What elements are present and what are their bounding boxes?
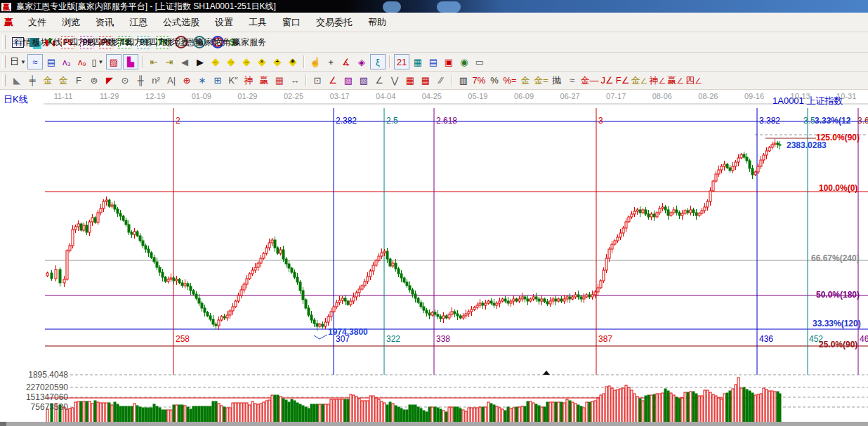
golden-section-tool[interactable]: 金 bbox=[41, 74, 55, 88]
j-angle-tool[interactable]: J∠ bbox=[600, 74, 614, 88]
price-grid-tool[interactable]: ▦ bbox=[272, 74, 287, 88]
gann-diamond-plus[interactable]: ◆+ bbox=[270, 55, 284, 69]
gann-web-tool[interactable]: ∗ bbox=[195, 74, 209, 88]
menu-item[interactable]: 交易委托 bbox=[308, 17, 360, 27]
gann-grid-box-tool[interactable]: ⊞ bbox=[211, 74, 225, 88]
export-web-button[interactable]: ◉ bbox=[457, 55, 471, 69]
gann-fan-box-tool[interactable]: ▨ bbox=[341, 74, 355, 88]
golden-section-ext-tool[interactable]: 金 bbox=[56, 74, 70, 88]
gold-line-tool[interactable]: 金— bbox=[581, 74, 599, 88]
menu-item[interactable]: 窗口 bbox=[275, 17, 308, 27]
span-measure-tool[interactable]: ↔ bbox=[288, 74, 302, 88]
pattern-button[interactable]: ▨ bbox=[106, 54, 121, 69]
grid-red2-tool[interactable]: ▦ bbox=[419, 74, 433, 88]
menu-item[interactable]: 工具 bbox=[241, 17, 275, 27]
prev-bar-button[interactable]: ◀ bbox=[178, 55, 192, 69]
gann-line-box-tool[interactable]: ▧ bbox=[357, 74, 371, 88]
quotes-button[interactable]: 行情 bbox=[12, 37, 24, 48]
shen-angle-tool[interactable]: 神∠ bbox=[649, 74, 666, 88]
smart-analysis-button[interactable]: ξ bbox=[370, 54, 386, 69]
percent-strike-tool[interactable]: 7% bbox=[472, 74, 486, 88]
gann-target-tool[interactable]: ⊕ bbox=[180, 74, 194, 88]
menu-item[interactable]: 浏览 bbox=[54, 17, 88, 27]
menu-item[interactable]: 帮助 bbox=[360, 17, 394, 27]
time-cycle-tool[interactable]: ⊙ bbox=[118, 74, 132, 88]
shen-tool[interactable]: 神 bbox=[242, 74, 256, 88]
crosshair-button[interactable]: + bbox=[324, 55, 338, 69]
first-bar-button[interactable]: ⇤ bbox=[147, 55, 161, 69]
calculator-button[interactable]: ▦ bbox=[411, 55, 425, 69]
candle-style-dropdown[interactable]: ▯▼ bbox=[91, 55, 105, 69]
menu-item[interactable]: 资讯 bbox=[88, 17, 121, 27]
chart-rect bbox=[583, 408, 585, 422]
win-tool[interactable]: 赢 bbox=[257, 74, 271, 88]
wave-9-button[interactable]: ʌ₉ bbox=[75, 55, 89, 69]
box-select-tool[interactable]: ⊡ bbox=[310, 74, 324, 88]
toolbar-grip[interactable] bbox=[2, 55, 6, 68]
pan-hand-button[interactable]: ☝ bbox=[308, 55, 322, 69]
parabola-brush-tool[interactable]: 抛 bbox=[550, 74, 564, 88]
f-angle-tool[interactable]: F∠ bbox=[616, 74, 630, 88]
export-web-button-icon: ◉ bbox=[460, 57, 468, 67]
text-note-tool[interactable]: A| bbox=[164, 74, 178, 88]
gann-diamond-horizontal[interactable]: ◆↔ bbox=[239, 55, 254, 69]
gold-circle-tool[interactable]: 金 bbox=[518, 74, 532, 88]
menu-item[interactable]: 公式选股 bbox=[155, 17, 207, 27]
chart-rect bbox=[218, 320, 220, 326]
brush-tool[interactable]: ◤ bbox=[103, 74, 117, 88]
gold-ruler-tool[interactable]: ╪ bbox=[25, 74, 39, 88]
menu-item[interactable]: 设置 bbox=[207, 17, 241, 27]
save-button[interactable]: ▣ bbox=[442, 55, 456, 69]
angle-lines-tool[interactable]: ∠ bbox=[372, 74, 386, 88]
chart-rect bbox=[622, 388, 624, 422]
next-bar-button[interactable]: ▶ bbox=[193, 55, 207, 69]
chart-rect bbox=[462, 316, 464, 318]
percent-lines-tool[interactable]: %= bbox=[503, 74, 517, 88]
toolbar-grip[interactable] bbox=[2, 74, 6, 87]
kline-button[interactable]: K线 bbox=[45, 37, 55, 47]
ruler-tool[interactable]: ╫ bbox=[133, 74, 147, 88]
p-square-button[interactable]: PSP四方形 bbox=[61, 36, 74, 48]
gann-diamond-cross[interactable]: ◆× bbox=[255, 55, 269, 69]
compare-bars-tool[interactable]: ▥ bbox=[456, 74, 471, 88]
parallel-lines-tool[interactable]: ⁄⁄ bbox=[434, 74, 448, 88]
n-square-tool[interactable]: n² bbox=[149, 74, 163, 88]
sectors-button[interactable]: 板块 bbox=[29, 38, 39, 47]
wave-3-button[interactable]: ʌ₃ bbox=[60, 55, 74, 69]
toolbar-grip[interactable] bbox=[2, 35, 6, 49]
candlestick-chart-canvas[interactable] bbox=[0, 90, 868, 426]
chart-rect bbox=[119, 213, 121, 216]
spiral-tool[interactable]: ⊚ bbox=[87, 74, 101, 88]
win-angle-tool[interactable]: 赢∠ bbox=[667, 74, 684, 88]
gold-lines-tool[interactable]: 金= bbox=[534, 74, 548, 88]
gold-angle-tool[interactable]: 金∠ bbox=[631, 74, 648, 88]
percent-tool[interactable]: % bbox=[487, 74, 501, 88]
wave-lines-tool[interactable]: ⋁ bbox=[388, 74, 402, 88]
notepad-button[interactable]: ▤ bbox=[426, 55, 440, 69]
four-angle-tool[interactable]: 四∠ bbox=[685, 74, 702, 88]
community-button[interactable]: ◈ bbox=[355, 55, 369, 69]
period-dropdown[interactable]: 日▼ bbox=[10, 55, 26, 69]
grid-red-tool[interactable]: ▦ bbox=[403, 74, 417, 88]
menu-item[interactable]: 文件 bbox=[20, 17, 54, 27]
chart-area[interactable]: 日K线 1A0001 上证指数 11-1111-2912-1901-0901-2… bbox=[0, 90, 868, 426]
wave-band-tool[interactable]: ≈ bbox=[565, 74, 579, 88]
calendar-button[interactable]: 21 bbox=[394, 54, 409, 69]
trend-chart-button[interactable]: ≈ bbox=[27, 54, 43, 69]
print-button[interactable]: ▭ bbox=[473, 55, 487, 69]
title-bar[interactable]: 赢 赢家江恩专业版[赢家内部服务平台] - [上证指数 SH1A0001-251… bbox=[0, 0, 868, 13]
gann-diamond-left[interactable]: ◆← bbox=[209, 55, 223, 69]
marker-triangle-icon bbox=[543, 371, 550, 375]
k-count-tool[interactable]: K″ bbox=[226, 74, 240, 88]
info-panel-button[interactable]: ▤ bbox=[44, 55, 58, 69]
histogram-button[interactable]: ▙ bbox=[123, 54, 138, 69]
fibonacci-ruler-tool[interactable]: F bbox=[72, 74, 86, 88]
last-bar-button[interactable]: ⇥ bbox=[162, 55, 176, 69]
horizontal-scrollbar[interactable] bbox=[0, 422, 868, 426]
angle-measure-button[interactable]: ∡ bbox=[339, 55, 353, 69]
gann-diamond-right[interactable]: ◆→ bbox=[224, 55, 238, 69]
draw-pen-tool[interactable]: ◣ bbox=[10, 74, 24, 88]
gann-fan-tool[interactable]: ∠ bbox=[326, 74, 340, 88]
menu-item[interactable]: 江恩 bbox=[121, 17, 155, 27]
gann-diamond-grid[interactable]: ◆✳ bbox=[286, 55, 300, 69]
